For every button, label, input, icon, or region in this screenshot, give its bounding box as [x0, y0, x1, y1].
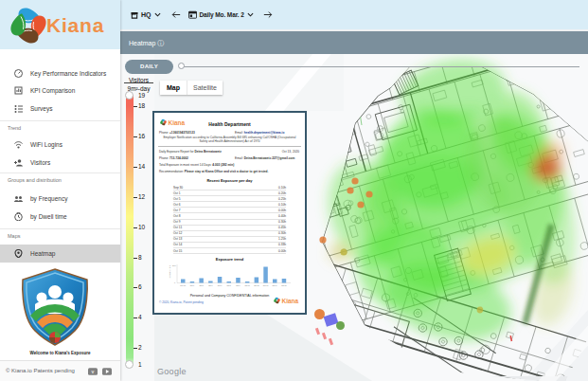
svg-text:Oct 13: Oct 13 [263, 284, 268, 286]
svg-text:Oct 9: Oct 9 [236, 284, 240, 286]
svg-text:Oct 5: Oct 5 [199, 284, 203, 286]
svg-text:Oct 14: Oct 14 [273, 284, 277, 286]
svg-text:Oct 12: Oct 12 [254, 284, 258, 286]
svg-text:Oct 1: Oct 1 [190, 284, 194, 286]
svg-text:Kiana: Kiana [282, 298, 299, 304]
svg-text:0: 0 [174, 281, 176, 283]
svg-text:Oct 8: Oct 8 [227, 284, 231, 286]
svg-text:V: V [92, 370, 95, 374]
svg-text:Oct 6: Oct 6 [208, 284, 212, 286]
svg-text:Oct 15: Oct 15 [281, 284, 286, 286]
svg-text:Sep 30: Sep 30 [180, 284, 186, 286]
svg-text:200: 200 [172, 264, 176, 266]
svg-text:Kiana: Kiana [46, 14, 104, 36]
svg-text:Oct 11: Oct 11 [245, 284, 250, 286]
svg-text:Exposure (min): Exposure (min) [169, 265, 170, 279]
svg-text:Oct 7: Oct 7 [218, 284, 222, 286]
